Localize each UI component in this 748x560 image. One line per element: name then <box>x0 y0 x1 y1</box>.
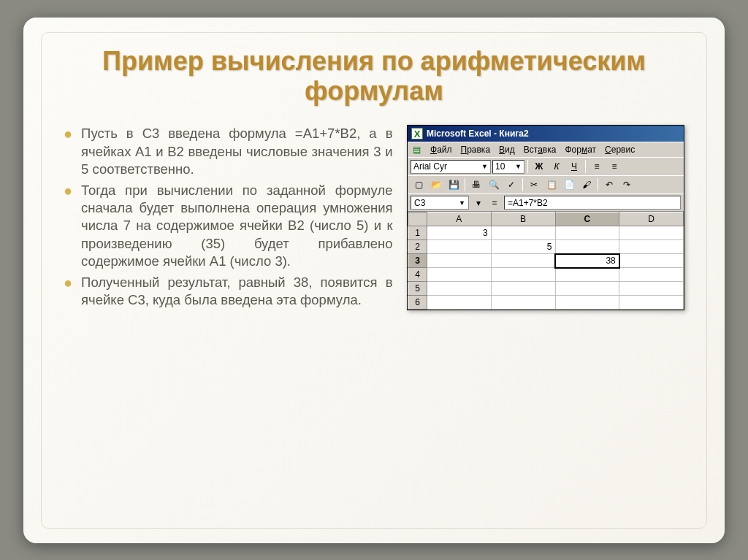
fx-dropdown[interactable]: ▾ <box>472 196 485 210</box>
preview-button[interactable]: 🔍 <box>486 177 502 192</box>
cell-b5[interactable] <box>491 282 555 296</box>
equals-label: = <box>488 198 501 208</box>
dropdown-arrow-icon: ▼ <box>459 199 465 207</box>
spreadsheet-grid: A B C D 1 3 <box>408 211 684 310</box>
standard-toolbar: ▢ 📂 💾 🖶 🔍 ✓ ✂ 📋 📄 🖌 ↶ <box>408 175 684 193</box>
font-name-value: Arial Cyr <box>413 161 447 172</box>
cell-c1[interactable] <box>555 226 619 240</box>
cell-b4[interactable] <box>491 268 555 282</box>
formula-bar: C3 ▼ ▾ = =A1+7*B2 <box>408 193 684 211</box>
excel-doc-icon: ▤ <box>411 145 422 155</box>
col-header-a[interactable]: A <box>427 212 492 226</box>
redo-button[interactable]: ↷ <box>619 177 635 192</box>
select-all-corner[interactable] <box>408 212 427 226</box>
row-header-1[interactable]: 1 <box>408 226 427 240</box>
cell-b1[interactable] <box>491 226 555 240</box>
cell-a1[interactable]: 3 <box>427 226 492 240</box>
dropdown-arrow-icon: ▼ <box>479 163 488 170</box>
paste-button[interactable]: 📄 <box>561 177 577 192</box>
content-row: ● Пусть в C3 введена формула =A1+7*B2, а… <box>64 125 684 312</box>
row-header-2[interactable]: 2 <box>408 240 427 254</box>
bullet-item: ● Полученный результат, равный 38, появи… <box>64 274 393 310</box>
bullet-icon: ● <box>64 274 72 310</box>
save-button[interactable]: 💾 <box>446 177 462 192</box>
name-box-value: C3 <box>414 198 425 208</box>
cell-c4[interactable] <box>555 268 619 282</box>
new-doc-button[interactable]: ▢ <box>411 177 427 192</box>
menubar: ▤ Файл Правка Вид Вставка Формат Сервис <box>408 142 684 157</box>
col-header-c[interactable]: C <box>555 212 619 226</box>
window-title: Microsoft Excel - Книга2 <box>427 129 529 139</box>
cell-d5[interactable] <box>619 282 684 296</box>
row-header-4[interactable]: 4 <box>408 268 427 282</box>
formula-value: =A1+7*B2 <box>508 198 548 208</box>
cell-a5[interactable] <box>427 282 492 296</box>
cell-c3-active[interactable]: 38 <box>555 254 619 268</box>
excel-window: X Microsoft Excel - Книга2 ▤ Файл Правка… <box>407 125 684 310</box>
slide-title: Пример вычисления по арифметическим форм… <box>64 46 684 107</box>
menu-format[interactable]: Формат <box>561 144 600 156</box>
menu-edit[interactable]: Правка <box>457 144 495 156</box>
align-left-button[interactable]: ≡ <box>589 159 605 174</box>
slide: Пример вычисления по арифметическим форм… <box>23 18 725 543</box>
cut-button[interactable]: ✂ <box>526 177 542 192</box>
row-header-3[interactable]: 3 <box>408 254 427 268</box>
bold-button[interactable]: Ж <box>531 159 547 174</box>
bullet-text: Пусть в C3 введена формула =A1+7*B2, а в… <box>81 125 392 178</box>
cell-c6[interactable] <box>555 296 619 310</box>
cell-d3[interactable] <box>619 254 684 268</box>
open-button[interactable]: 📂 <box>428 177 444 192</box>
cell-b2[interactable]: 5 <box>491 240 555 254</box>
print-button[interactable]: 🖶 <box>468 177 484 192</box>
menu-service[interactable]: Сервис <box>601 144 638 156</box>
bullet-text: Тогда при вычислении по заданной формуле… <box>81 182 392 271</box>
cell-d6[interactable] <box>619 296 684 310</box>
cell-b3[interactable] <box>491 254 555 268</box>
name-box[interactable]: C3 ▼ <box>411 196 469 210</box>
bullet-list: ● Пусть в C3 введена формула =A1+7*B2, а… <box>64 125 393 312</box>
cell-d1[interactable] <box>619 226 684 240</box>
col-header-b[interactable]: B <box>491 212 555 226</box>
cell-c5[interactable] <box>555 282 619 296</box>
cell-a4[interactable] <box>427 268 492 282</box>
cell-b6[interactable] <box>491 296 555 310</box>
format-toolbar: Arial Cyr ▼ 10 ▼ Ж К Ч ≡ ≡ <box>408 157 684 175</box>
separator <box>598 178 598 191</box>
cell-d4[interactable] <box>619 268 684 282</box>
cell-a3[interactable] <box>427 254 492 268</box>
underline-button[interactable]: Ч <box>566 159 582 174</box>
dropdown-arrow-icon: ▼ <box>513 163 522 170</box>
menu-file[interactable]: Файл <box>427 144 456 156</box>
separator <box>522 178 523 191</box>
titlebar: X Microsoft Excel - Книга2 <box>408 126 684 142</box>
cell-c2[interactable] <box>555 240 619 254</box>
font-size-combo[interactable]: 10 ▼ <box>492 160 524 174</box>
align-center-button[interactable]: ≡ <box>606 159 622 174</box>
menu-view[interactable]: Вид <box>495 144 519 156</box>
font-name-combo[interactable]: Arial Cyr ▼ <box>411 160 491 174</box>
separator <box>527 160 528 173</box>
cell-a2[interactable] <box>427 240 492 254</box>
italic-button[interactable]: К <box>549 159 565 174</box>
cell-a6[interactable] <box>427 296 492 310</box>
bullet-item: ● Пусть в C3 введена формула =A1+7*B2, а… <box>64 125 393 178</box>
separator <box>585 160 586 173</box>
bullet-icon: ● <box>64 125 72 178</box>
undo-button[interactable]: ↶ <box>601 177 617 192</box>
bullet-icon: ● <box>64 182 72 271</box>
font-size-value: 10 <box>495 161 505 172</box>
format-painter-button[interactable]: 🖌 <box>579 177 595 192</box>
bullet-text: Полученный результат, равный 38, появитс… <box>81 274 392 310</box>
col-header-d[interactable]: D <box>619 212 684 226</box>
cell-d2[interactable] <box>619 240 684 254</box>
menu-insert[interactable]: Вставка <box>520 144 560 156</box>
screenshot-area: X Microsoft Excel - Книга2 ▤ Файл Правка… <box>406 125 685 312</box>
slide-inner: Пример вычисления по арифметическим форм… <box>41 32 707 529</box>
bullet-item: ● Тогда при вычислении по заданной форму… <box>64 182 393 271</box>
copy-button[interactable]: 📋 <box>543 177 560 192</box>
excel-app-icon: X <box>411 128 423 139</box>
spell-button[interactable]: ✓ <box>503 177 519 192</box>
row-header-5[interactable]: 5 <box>408 282 427 296</box>
row-header-6[interactable]: 6 <box>408 296 427 310</box>
formula-input[interactable]: =A1+7*B2 <box>504 196 681 210</box>
